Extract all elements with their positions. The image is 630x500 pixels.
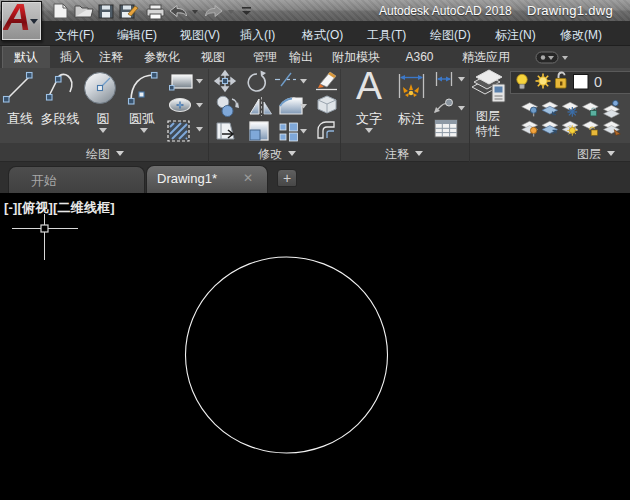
svg-text:0: 0	[594, 74, 602, 90]
